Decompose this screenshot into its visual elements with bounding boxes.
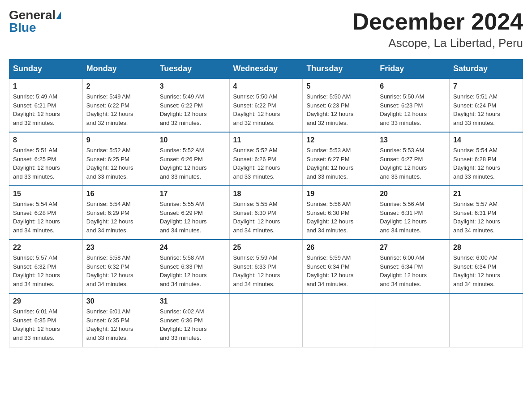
sunrise-label: Sunrise: 5:50 AM xyxy=(233,93,278,100)
daylight-label: Daylight: 12 hours xyxy=(233,164,280,171)
daylight-label: Daylight: 12 hours xyxy=(13,164,60,171)
day-number: 2 xyxy=(86,82,152,90)
calendar-cell: 22 Sunrise: 5:57 AM Sunset: 6:32 PM Dayl… xyxy=(9,240,83,293)
calendar-cell: 2 Sunrise: 5:49 AM Sunset: 6:22 PM Dayli… xyxy=(82,78,156,132)
sunset-label: Sunset: 6:29 PM xyxy=(86,210,129,216)
sunset-label: Sunset: 6:23 PM xyxy=(306,102,349,109)
calendar-cell: 15 Sunrise: 5:54 AM Sunset: 6:28 PM Dayl… xyxy=(9,186,83,240)
day-number: 5 xyxy=(306,82,372,90)
day-info: Sunrise: 6:00 AM Sunset: 6:34 PM Dayligh… xyxy=(380,253,446,288)
daylight-label: Daylight: 12 hours xyxy=(86,164,133,171)
daylight-minutes: and 33 minutes. xyxy=(233,173,275,180)
day-info: Sunrise: 5:54 AM Sunset: 6:28 PM Dayligh… xyxy=(13,200,79,235)
daylight-minutes: and 34 minutes. xyxy=(306,281,348,287)
daylight-minutes: and 34 minutes. xyxy=(380,227,421,234)
week-row: 15 Sunrise: 5:54 AM Sunset: 6:28 PM Dayl… xyxy=(9,186,523,240)
sunset-label: Sunset: 6:25 PM xyxy=(13,156,56,163)
sunset-label: Sunset: 6:22 PM xyxy=(160,102,203,109)
day-of-week-header: Monday xyxy=(82,60,156,79)
daylight-minutes: and 33 minutes. xyxy=(453,173,495,180)
sunset-label: Sunset: 6:34 PM xyxy=(380,263,423,270)
day-info: Sunrise: 5:55 AM Sunset: 6:29 PM Dayligh… xyxy=(160,200,226,235)
sunrise-label: Sunrise: 5:50 AM xyxy=(380,93,424,100)
sunrise-label: Sunrise: 5:59 AM xyxy=(306,254,351,261)
sunset-label: Sunset: 6:34 PM xyxy=(453,263,496,270)
day-info: Sunrise: 6:02 AM Sunset: 6:36 PM Dayligh… xyxy=(160,307,226,342)
daylight-label: Daylight: 12 hours xyxy=(233,272,280,278)
sunrise-label: Sunrise: 5:51 AM xyxy=(453,93,498,100)
day-number: 18 xyxy=(233,190,299,198)
calendar-cell: 17 Sunrise: 5:55 AM Sunset: 6:29 PM Dayl… xyxy=(156,186,229,240)
calendar-cell: 16 Sunrise: 5:54 AM Sunset: 6:29 PM Dayl… xyxy=(82,186,156,240)
page-header: General Blue December 2024 Ascope, La Li… xyxy=(9,9,523,50)
day-info: Sunrise: 5:58 AM Sunset: 6:33 PM Dayligh… xyxy=(160,253,226,288)
daylight-label: Daylight: 12 hours xyxy=(86,218,133,225)
sunrise-label: Sunrise: 5:56 AM xyxy=(380,201,424,207)
day-info: Sunrise: 5:56 AM Sunset: 6:31 PM Dayligh… xyxy=(380,200,446,235)
day-info: Sunrise: 5:53 AM Sunset: 6:27 PM Dayligh… xyxy=(306,146,372,181)
calendar-cell: 6 Sunrise: 5:50 AM Sunset: 6:23 PM Dayli… xyxy=(376,78,450,132)
day-number: 31 xyxy=(160,297,226,305)
day-info: Sunrise: 5:49 AM Sunset: 6:21 PM Dayligh… xyxy=(13,92,79,127)
daylight-label: Daylight: 12 hours xyxy=(306,272,353,278)
calendar-cell xyxy=(303,293,376,347)
day-number: 8 xyxy=(13,136,79,144)
day-info: Sunrise: 5:54 AM Sunset: 6:28 PM Dayligh… xyxy=(453,146,519,181)
day-info: Sunrise: 5:51 AM Sunset: 6:24 PM Dayligh… xyxy=(453,92,519,127)
day-of-week-header: Saturday xyxy=(450,60,523,79)
day-info: Sunrise: 5:57 AM Sunset: 6:31 PM Dayligh… xyxy=(453,200,519,235)
sunset-label: Sunset: 6:22 PM xyxy=(86,102,129,109)
week-row: 1 Sunrise: 5:49 AM Sunset: 6:21 PM Dayli… xyxy=(9,78,523,132)
sunrise-label: Sunrise: 5:54 AM xyxy=(13,201,57,207)
daylight-label: Daylight: 12 hours xyxy=(453,164,500,171)
sunrise-label: Sunrise: 5:53 AM xyxy=(380,147,424,154)
sunset-label: Sunset: 6:25 PM xyxy=(86,156,129,163)
sunrise-label: Sunrise: 5:58 AM xyxy=(160,254,204,261)
daylight-label: Daylight: 12 hours xyxy=(13,272,60,278)
week-row: 22 Sunrise: 5:57 AM Sunset: 6:32 PM Dayl… xyxy=(9,240,523,293)
daylight-label: Daylight: 12 hours xyxy=(380,272,427,278)
sunrise-label: Sunrise: 6:00 AM xyxy=(453,254,498,261)
sunrise-label: Sunrise: 5:53 AM xyxy=(306,147,351,154)
daylight-label: Daylight: 12 hours xyxy=(233,111,280,117)
calendar-cell: 26 Sunrise: 5:59 AM Sunset: 6:34 PM Dayl… xyxy=(303,240,376,293)
daylight-label: Daylight: 12 hours xyxy=(86,111,133,117)
sunrise-label: Sunrise: 5:52 AM xyxy=(233,147,278,154)
sunset-label: Sunset: 6:31 PM xyxy=(453,210,496,216)
day-info: Sunrise: 5:59 AM Sunset: 6:33 PM Dayligh… xyxy=(233,253,299,288)
daylight-minutes: and 34 minutes. xyxy=(233,281,275,287)
sunset-label: Sunset: 6:34 PM xyxy=(306,263,349,270)
calendar-cell: 8 Sunrise: 5:51 AM Sunset: 6:25 PM Dayli… xyxy=(9,132,83,186)
day-number: 29 xyxy=(13,297,79,305)
sunrise-label: Sunrise: 5:50 AM xyxy=(306,93,351,100)
sunset-label: Sunset: 6:29 PM xyxy=(160,210,203,216)
day-number: 3 xyxy=(160,82,226,90)
calendar-cell: 11 Sunrise: 5:52 AM Sunset: 6:26 PM Dayl… xyxy=(229,132,303,186)
sunrise-label: Sunrise: 5:54 AM xyxy=(453,147,498,154)
day-number: 23 xyxy=(86,244,152,252)
calendar-cell: 13 Sunrise: 5:53 AM Sunset: 6:27 PM Dayl… xyxy=(376,132,450,186)
calendar-cell xyxy=(376,293,450,347)
day-number: 6 xyxy=(380,82,446,90)
day-number: 28 xyxy=(453,244,519,252)
daylight-minutes: and 33 minutes. xyxy=(160,334,202,341)
day-of-week-header: Thursday xyxy=(303,60,376,79)
day-info: Sunrise: 6:01 AM Sunset: 6:35 PM Dayligh… xyxy=(13,307,79,342)
daylight-minutes: and 34 minutes. xyxy=(453,281,495,287)
calendar-cell xyxy=(229,293,303,347)
daylight-minutes: and 34 minutes. xyxy=(380,281,421,287)
daylight-minutes: and 33 minutes. xyxy=(13,173,55,180)
calendar-cell: 1 Sunrise: 5:49 AM Sunset: 6:21 PM Dayli… xyxy=(9,78,83,132)
sunrise-label: Sunrise: 5:51 AM xyxy=(13,147,57,154)
day-info: Sunrise: 5:55 AM Sunset: 6:30 PM Dayligh… xyxy=(233,200,299,235)
sunrise-label: Sunrise: 5:57 AM xyxy=(453,201,498,207)
sunset-label: Sunset: 6:28 PM xyxy=(453,156,496,163)
sunset-label: Sunset: 6:30 PM xyxy=(306,210,349,216)
sunrise-label: Sunrise: 5:55 AM xyxy=(233,201,278,207)
daylight-minutes: and 32 minutes. xyxy=(233,120,275,126)
days-of-week-row: SundayMondayTuesdayWednesdayThursdayFrid… xyxy=(9,60,523,79)
sunset-label: Sunset: 6:33 PM xyxy=(160,263,203,270)
sunset-label: Sunset: 6:26 PM xyxy=(160,156,203,163)
day-number: 10 xyxy=(160,136,226,144)
daylight-label: Daylight: 12 hours xyxy=(13,111,60,117)
